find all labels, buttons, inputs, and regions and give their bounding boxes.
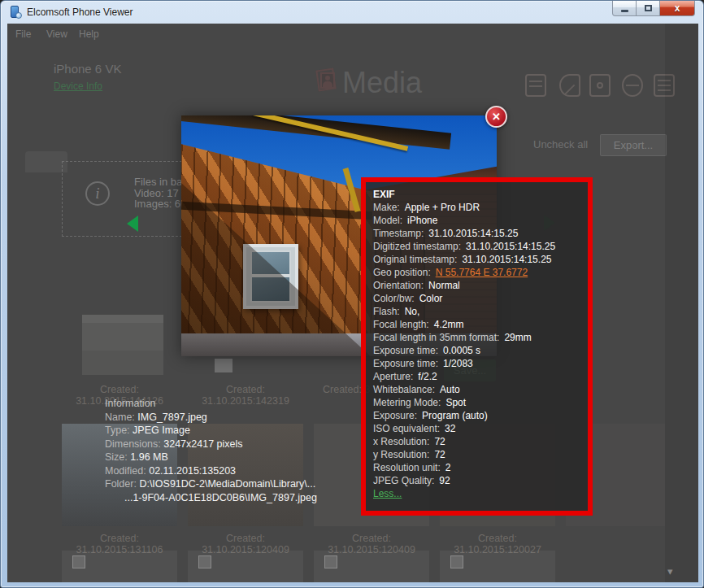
exif-value: 32 [445,423,455,434]
info-value: IMG_7897.jpeg [137,412,206,423]
exif-panel: EXIF Make:Apple + Pro HDR Model:iPhone T… [373,188,584,500]
information-title: Information [105,397,317,411]
export-caret-icon: ▲ [630,142,637,149]
info-value: D:\IOS91DC-2\MediaDomain\Library\... [139,478,315,490]
menu-help[interactable]: Help [79,28,99,40]
uncheck-all-link[interactable]: Uncheck all [533,138,588,150]
app-window: Elcomsoft Phone Viewer x File View Help … [0,0,704,588]
exif-label: Exposure: [373,410,417,421]
exif-label: Geo position: [373,267,431,278]
maximize-icon [645,5,652,11]
exif-label: y Resolution: [373,449,429,460]
info-value: ...1-9F04-A0C1E18DC0B6\IMG_7897.jpeg [124,492,317,503]
exif-value: 4.2mm [434,319,464,330]
device-name: iPhone 6 VK [54,62,121,76]
exif-title: EXIF [373,188,584,201]
page-title: Media [342,66,422,100]
exif-label: JPEG Quality: [373,475,434,486]
geo-position-link[interactable]: N 55.7764 E 37.6772 [436,267,528,278]
exif-label: Aperture: [373,371,413,382]
exif-value: f/2.2 [418,371,437,382]
thumbnail[interactable] [215,359,232,372]
thumbnail-checkbox[interactable] [198,555,211,568]
exif-label: Make: [373,202,400,213]
exif-value: 2 [445,462,451,473]
exif-panel-red-highlight: EXIF Make:Apple + Pro HDR Model:iPhone T… [361,177,593,516]
info-icon: i [85,181,110,206]
exif-label: Resolution unit: [373,462,441,473]
scrollbar-track[interactable] [665,24,698,582]
media-section-icon [312,69,338,95]
exif-value: Normal [428,280,460,291]
exif-value: 72 [434,436,445,447]
thumbnail[interactable] [82,315,163,375]
calendar-icon[interactable] [525,74,546,97]
exif-label: Flash: [373,306,400,317]
export-button[interactable]: Export... ▲ [600,134,667,156]
title-bar[interactable]: Elcomsoft Phone Viewer x [1,1,703,24]
info-label: Name: [105,412,135,423]
exif-label: Focal length: [373,319,429,330]
exif-label: Timestamp: [373,228,424,239]
exif-label: Exposure time: [373,345,438,356]
exif-value: Program (auto) [422,410,488,421]
exif-value: No, [405,306,420,317]
exif-value: Auto [440,384,460,395]
menu-view[interactable]: View [46,28,67,40]
exif-value: iPhone [407,215,437,226]
exif-label: x Resolution: [373,436,429,447]
exif-label: Whitebalance: [373,384,435,395]
device-info-link[interactable]: Device Info [54,81,102,92]
exif-label: Exposure time: [373,358,438,369]
info-label: Folder: [105,478,137,490]
previous-photo-arrow-icon[interactable] [127,216,138,232]
exif-label: Focal length in 35mm format: [373,332,499,343]
minimize-button[interactable] [612,1,637,16]
info-label: Size: [105,451,128,463]
exif-label: ISO equivalent: [373,423,440,434]
less-link[interactable]: Less... [373,488,402,499]
exif-value: 0.0005 s [443,345,480,356]
info-value: 3247x2417 pixels [163,438,242,450]
exif-value: 1/2083 [443,358,473,369]
exif-label: Model: [373,215,402,226]
exif-value: 72 [434,449,445,460]
exif-value: Color [419,293,443,304]
thumbnail-checkbox[interactable] [450,555,463,568]
exif-label: Digitized timestamp: [373,241,461,252]
exif-label: Original timestamp: [373,254,457,265]
info-label: Modified: [105,465,146,477]
menu-file[interactable]: File [15,28,31,40]
info-label: Dimensions: [105,438,161,450]
close-photo-button[interactable]: ✕ [485,106,507,128]
exif-value: 31.10.2015:14:15.25 [466,241,555,252]
exif-label: Metering Mode: [373,397,441,408]
window-title: Elcomsoft Phone Viewer [27,7,133,18]
file-information-panel: Information Name: IMG_7897.jpeg Type: JP… [105,397,317,504]
minimize-icon [621,10,628,12]
exif-value: 29mm [504,332,531,343]
close-window-button[interactable]: x [659,1,695,16]
thumbnail-checkbox[interactable] [324,555,337,568]
web-icon[interactable] [622,74,643,97]
scrollbar-down-arrow-icon[interactable]: ▾ [667,565,673,577]
maximize-button[interactable] [637,1,659,16]
info-value: 02.11.2015:135203 [149,465,236,477]
exif-label: Color/bw: [373,293,415,304]
exif-value: 31.10.2015:14:15.25 [462,254,551,265]
thumbnail-checkbox[interactable] [72,555,85,568]
exif-value: 31.10.2015:14:15.25 [428,228,518,239]
info-label: Type: [105,425,130,436]
info-value: JPEG Image [133,425,190,436]
exif-label: Orientation: [373,280,424,291]
exif-value: Apple + Pro HDR [405,202,480,213]
info-value: 1.96 MB [130,451,168,463]
exif-value: 92 [439,475,450,486]
calls-icon[interactable] [559,74,580,97]
media-toolbar-icon[interactable] [589,74,611,97]
app-icon [9,6,22,19]
exif-value: Spot [445,397,466,408]
